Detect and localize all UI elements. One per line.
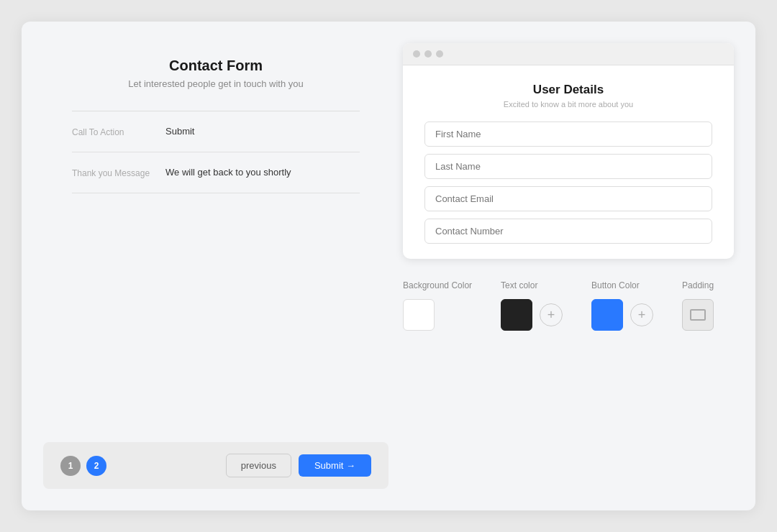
browser-body: User Details Excited to know a bit more … xyxy=(403,65,734,259)
thank-you-row: Thank you Message We will get back to yo… xyxy=(72,152,360,193)
add-button-color-button[interactable]: + xyxy=(630,303,653,326)
background-color-swatch[interactable] xyxy=(403,299,435,331)
step-2[interactable]: 2 xyxy=(86,456,106,476)
browser-dot-1 xyxy=(413,50,420,58)
last-name-input[interactable] xyxy=(424,154,712,179)
customization-panel: Background Color Text color + Button Col… xyxy=(403,273,734,338)
step-indicators: 1 2 xyxy=(60,456,106,476)
form-subtitle: Excited to know a bit more about you xyxy=(424,100,712,109)
submit-button[interactable]: Submit → xyxy=(299,454,371,477)
left-content: Contact Form Let interested people get i… xyxy=(43,43,388,442)
text-color-group: Text color + xyxy=(501,280,563,331)
text-color-row: + xyxy=(501,299,563,331)
call-to-action-label: Call To Action xyxy=(72,126,165,137)
padding-group: Padding xyxy=(682,280,714,331)
button-color-swatch[interactable] xyxy=(591,299,623,331)
browser-toolbar xyxy=(403,43,734,65)
background-color-row xyxy=(403,299,472,331)
call-to-action-row: Call To Action Submit xyxy=(72,111,360,152)
button-color-label: Button Color xyxy=(591,280,653,290)
thank-you-label: Thank you Message xyxy=(72,167,165,178)
section-subtitle: Let interested people get in touch with … xyxy=(72,78,360,89)
thank-you-value: We will get back to you shortly xyxy=(165,167,291,178)
text-color-swatch[interactable] xyxy=(501,299,532,331)
pagination-footer: 1 2 previous Submit → xyxy=(43,442,388,489)
contact-number-input[interactable] xyxy=(424,219,712,244)
add-text-color-button[interactable]: + xyxy=(540,303,563,326)
browser-mockup: User Details Excited to know a bit more … xyxy=(403,43,734,259)
padding-label: Padding xyxy=(682,280,714,290)
button-color-group: Button Color + xyxy=(591,280,653,331)
button-color-row: + xyxy=(591,299,653,331)
padding-swatch[interactable] xyxy=(682,299,714,331)
background-color-group: Background Color xyxy=(403,280,472,331)
form-title: User Details xyxy=(424,83,712,97)
browser-dot-3 xyxy=(436,50,443,58)
contact-email-input[interactable] xyxy=(424,186,712,211)
step-1[interactable]: 1 xyxy=(60,456,81,476)
first-name-input[interactable] xyxy=(424,121,712,147)
call-to-action-value: Submit xyxy=(165,126,194,137)
browser-dot-2 xyxy=(424,50,432,58)
nav-buttons: previous Submit → xyxy=(226,454,371,477)
text-color-label: Text color xyxy=(501,280,563,290)
padding-icon xyxy=(690,309,706,321)
background-color-label: Background Color xyxy=(403,280,472,290)
section-title: Contact Form xyxy=(72,58,360,74)
previous-button[interactable]: previous xyxy=(226,454,291,477)
main-card: Contact Form Let interested people get i… xyxy=(22,22,755,510)
left-panel: Contact Form Let interested people get i… xyxy=(43,43,388,489)
right-panel: User Details Excited to know a bit more … xyxy=(403,43,734,489)
